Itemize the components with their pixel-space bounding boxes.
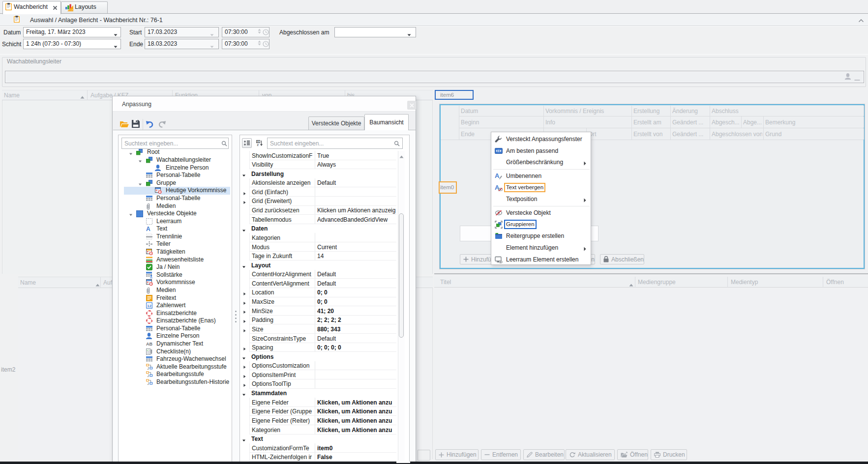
svg-text:Z: Z xyxy=(257,144,259,146)
svg-text:J: J xyxy=(148,374,150,377)
svg-text:12: 12 xyxy=(147,304,151,308)
svg-text:A: A xyxy=(257,140,259,143)
svg-text:J: J xyxy=(148,382,150,385)
svg-text:A: A xyxy=(495,172,500,179)
svg-text:J: J xyxy=(148,367,150,370)
